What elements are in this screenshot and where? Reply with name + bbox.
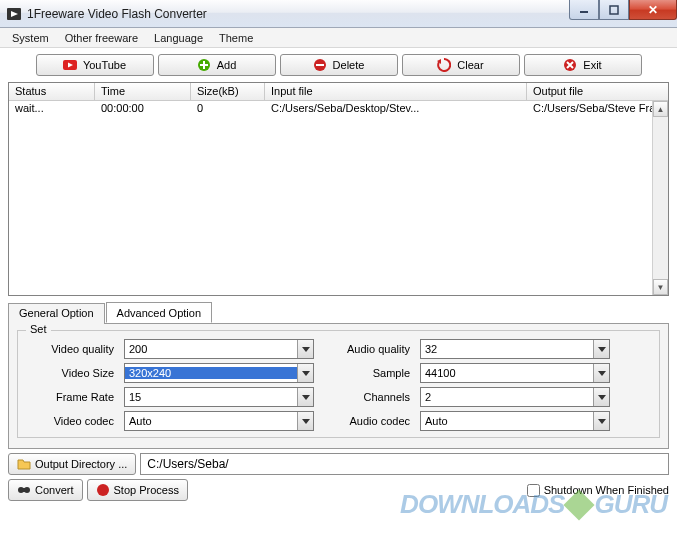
table-row[interactable]: wait... 00:00:00 0 C:/Users/Seba/Desktop… <box>9 101 668 117</box>
header-size[interactable]: Size(kB) <box>191 83 265 100</box>
window-title: 1Freeware Video Flash Converter <box>27 7 207 21</box>
stop-process-label: Stop Process <box>114 484 179 496</box>
svg-marker-15 <box>302 371 310 376</box>
chevron-down-icon[interactable] <box>297 340 313 358</box>
convert-button[interactable]: Convert <box>8 479 83 501</box>
menu-theme[interactable]: Theme <box>211 30 261 46</box>
svg-point-24 <box>97 484 109 496</box>
scroll-track[interactable] <box>653 117 668 279</box>
frame-rate-value: 15 <box>125 391 297 403</box>
add-button[interactable]: Add <box>158 54 276 76</box>
sample-value: 44100 <box>421 367 593 379</box>
chevron-down-icon[interactable] <box>593 340 609 358</box>
svg-rect-3 <box>610 6 618 14</box>
youtube-icon <box>63 58 77 72</box>
frame-rate-label: Frame Rate <box>26 391 116 403</box>
youtube-button[interactable]: YouTube <box>36 54 154 76</box>
video-size-value: 320x240 <box>125 367 297 379</box>
cell-input: C:/Users/Seba/Desktop/Stev... <box>265 101 527 117</box>
clear-icon <box>437 58 451 72</box>
cell-output: C:/Users/Seba/Steve Fran <box>527 101 668 117</box>
options-tabs: General Option Advanced Option Set Video… <box>8 302 669 449</box>
header-time[interactable]: Time <box>95 83 191 100</box>
chevron-down-icon[interactable] <box>297 364 313 382</box>
cell-status: wait... <box>9 101 95 117</box>
chevron-down-icon[interactable] <box>297 412 313 430</box>
header-status[interactable]: Status <box>9 83 95 100</box>
toolbar: YouTube Add Delete Clear Exit <box>0 48 677 80</box>
set-fieldset: Set Video quality 200 Audio quality 32 V… <box>17 330 660 438</box>
svg-marker-13 <box>302 347 310 352</box>
exit-label: Exit <box>583 59 601 71</box>
scroll-up-icon[interactable]: ▲ <box>653 101 668 117</box>
svg-rect-2 <box>580 11 588 13</box>
output-directory-label: Output Directory ... <box>35 458 127 470</box>
clear-button[interactable]: Clear <box>402 54 520 76</box>
delete-label: Delete <box>333 59 365 71</box>
svg-marker-14 <box>598 347 606 352</box>
add-label: Add <box>217 59 237 71</box>
sample-label: Sample <box>322 367 412 379</box>
set-legend: Set <box>26 323 51 335</box>
tab-advanced[interactable]: Advanced Option <box>106 302 212 323</box>
output-path-field[interactable]: C:/Users/Seba/ <box>140 453 669 475</box>
video-codec-label: Video codec <box>26 415 116 427</box>
header-output[interactable]: Output file <box>527 83 668 100</box>
tab-panel-advanced: Set Video quality 200 Audio quality 32 V… <box>8 323 669 449</box>
audio-quality-value: 32 <box>421 343 593 355</box>
svg-marker-17 <box>302 395 310 400</box>
close-button[interactable]: ✕ <box>629 0 677 20</box>
scroll-down-icon[interactable]: ▼ <box>653 279 668 295</box>
youtube-label: YouTube <box>83 59 126 71</box>
exit-icon <box>563 58 577 72</box>
chevron-down-icon[interactable] <box>297 388 313 406</box>
table-header: Status Time Size(kB) Input file Output f… <box>9 83 668 101</box>
header-input[interactable]: Input file <box>265 83 527 100</box>
video-size-combo[interactable]: 320x240 <box>124 363 314 383</box>
delete-button[interactable]: Delete <box>280 54 398 76</box>
app-icon <box>6 6 22 22</box>
video-quality-combo[interactable]: 200 <box>124 339 314 359</box>
frame-rate-combo[interactable]: 15 <box>124 387 314 407</box>
menu-language[interactable]: Language <box>146 30 211 46</box>
stop-process-button[interactable]: Stop Process <box>87 479 188 501</box>
chevron-down-icon[interactable] <box>593 412 609 430</box>
maximize-button[interactable] <box>599 0 629 20</box>
window-titlebar: 1Freeware Video Flash Converter ✕ <box>0 0 677 28</box>
audio-quality-label: Audio quality <box>322 343 412 355</box>
video-codec-value: Auto <box>125 415 297 427</box>
minimize-button[interactable] <box>569 0 599 20</box>
cell-size: 0 <box>191 101 265 117</box>
svg-rect-8 <box>200 64 208 66</box>
channels-label: Channels <box>322 391 412 403</box>
svg-marker-19 <box>302 419 310 424</box>
cell-time: 00:00:00 <box>95 101 191 117</box>
audio-codec-value: Auto <box>421 415 593 427</box>
menu-bar: System Other freeware Language Theme <box>0 28 677 48</box>
shutdown-checkbox[interactable] <box>527 484 540 497</box>
output-path-value: C:/Users/Seba/ <box>147 457 228 471</box>
convert-label: Convert <box>35 484 74 496</box>
output-directory-button[interactable]: Output Directory ... <box>8 453 136 475</box>
exit-button[interactable]: Exit <box>524 54 642 76</box>
window-controls: ✕ <box>569 0 677 20</box>
channels-value: 2 <box>421 391 593 403</box>
bottom-bar: Output Directory ... C:/Users/Seba/ Conv… <box>8 453 669 501</box>
sample-combo[interactable]: 44100 <box>420 363 610 383</box>
video-codec-combo[interactable]: Auto <box>124 411 314 431</box>
shutdown-text: Shutdown When Finished <box>544 484 669 496</box>
tab-general[interactable]: General Option <box>8 303 105 324</box>
add-icon <box>197 58 211 72</box>
shutdown-checkbox-label[interactable]: Shutdown When Finished <box>527 484 669 497</box>
chevron-down-icon[interactable] <box>593 388 609 406</box>
menu-other-freeware[interactable]: Other freeware <box>57 30 146 46</box>
chevron-down-icon[interactable] <box>593 364 609 382</box>
menu-system[interactable]: System <box>4 30 57 46</box>
svg-marker-18 <box>598 395 606 400</box>
channels-combo[interactable]: 2 <box>420 387 610 407</box>
file-table: Status Time Size(kB) Input file Output f… <box>8 82 669 296</box>
vertical-scrollbar[interactable]: ▲ ▼ <box>652 101 668 295</box>
audio-quality-combo[interactable]: 32 <box>420 339 610 359</box>
audio-codec-combo[interactable]: Auto <box>420 411 610 431</box>
svg-marker-16 <box>598 371 606 376</box>
